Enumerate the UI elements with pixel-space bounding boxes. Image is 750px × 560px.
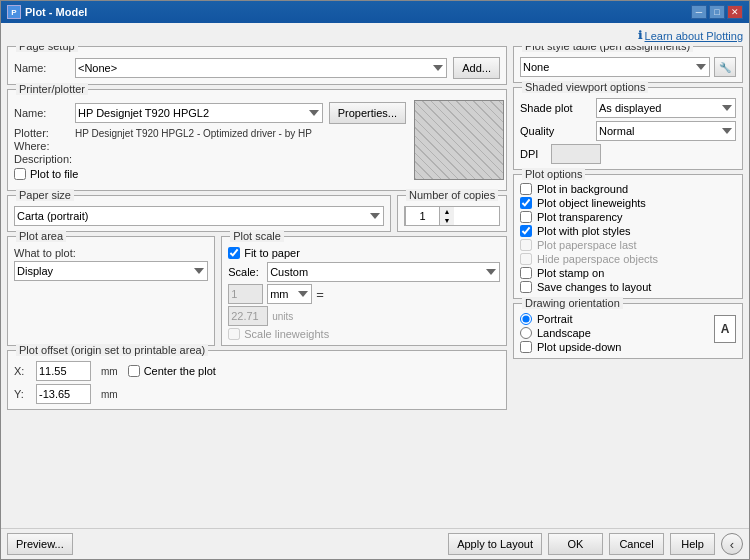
- plot-offset-group: Plot offset (origin set to printable are…: [7, 350, 507, 410]
- left-panel: Page setup Name: <None> Add... Printer/p…: [7, 46, 507, 520]
- portrait-label: Portrait: [537, 313, 572, 325]
- shaded-viewport-group: Shaded viewport options Shade plot As di…: [513, 87, 743, 170]
- shaded-viewport-title: Shaded viewport options: [522, 81, 648, 93]
- learn-about-plotting-link[interactable]: Learn about Plotting: [645, 30, 743, 42]
- area-scale-row: Plot area What to plot: Display Plot sca…: [7, 236, 507, 346]
- spinner-up-button[interactable]: ▲: [440, 207, 454, 216]
- preview-button[interactable]: Preview...: [7, 533, 73, 555]
- footer-bar: Preview... Apply to Layout OK Cancel Hel…: [1, 528, 749, 559]
- opt-plot-styles: Plot with plot styles: [520, 225, 736, 237]
- shade-plot-select[interactable]: As displayed: [596, 98, 736, 118]
- portrait-option: Portrait: [520, 313, 621, 325]
- footer-left: Preview...: [7, 533, 73, 555]
- orientation-icon: A: [714, 315, 736, 343]
- plot-options-group: Plot options Plot in background Plot obj…: [513, 174, 743, 299]
- upside-down-option: Plot upside-down: [520, 341, 621, 353]
- preview-hatch: [415, 101, 503, 179]
- plot-styles-checkbox[interactable]: [520, 225, 532, 237]
- close-button[interactable]: ✕: [727, 5, 743, 19]
- printer-name-label: Name:: [14, 107, 69, 119]
- title-bar-left: P Plot - Model: [7, 5, 87, 19]
- landscape-radio[interactable]: [520, 327, 532, 339]
- save-changes-checkbox[interactable]: [520, 281, 532, 293]
- minimize-button[interactable]: ─: [691, 5, 707, 19]
- apply-to-layout-button[interactable]: Apply to Layout: [448, 533, 542, 555]
- plot-lineweights-label: Plot object lineweights: [537, 197, 646, 209]
- save-changes-label: Save changes to layout: [537, 281, 651, 293]
- plot-lineweights-checkbox[interactable]: [520, 197, 532, 209]
- paper-size-select[interactable]: Carta (portrait): [14, 206, 384, 226]
- x-offset-input[interactable]: 11.55: [36, 361, 91, 381]
- printer-plotter-title: Printer/plotter: [16, 83, 88, 95]
- main-window: P Plot - Model ─ □ ✕ ℹ Learn about Plott…: [0, 0, 750, 560]
- spinner-buttons: ▲ ▼: [440, 207, 454, 225]
- plot-scale-title: Plot scale: [230, 230, 284, 242]
- footer-right: Apply to Layout OK Cancel Help ‹: [448, 533, 743, 555]
- window-icon: P: [7, 5, 21, 19]
- plot-paperspace-last-checkbox: [520, 239, 532, 251]
- right-panel: Plot style table (pen assignments) None …: [513, 46, 743, 520]
- preview-box: [414, 100, 504, 180]
- printer-preview-wrapper: 216 MM 279 MM: [410, 100, 500, 185]
- window-title: Plot - Model: [25, 6, 87, 18]
- plot-transparency-checkbox[interactable]: [520, 211, 532, 223]
- main-layout: Page setup Name: <None> Add... Printer/p…: [7, 46, 743, 520]
- add-button[interactable]: Add...: [453, 57, 500, 79]
- quality-label: Quality: [520, 125, 590, 137]
- fit-to-paper-checkbox[interactable]: [228, 247, 240, 259]
- quality-select[interactable]: Normal: [596, 121, 736, 141]
- plot-to-file-label: Plot to file: [30, 168, 78, 180]
- spinner-down-button[interactable]: ▼: [440, 216, 454, 225]
- properties-button[interactable]: Properties...: [329, 102, 406, 124]
- plot-options-title: Plot options: [522, 168, 585, 180]
- scale-select[interactable]: Custom: [267, 262, 500, 282]
- plotter-value: HP Designjet T920 HPGL2 - Optimized driv…: [75, 128, 312, 139]
- content-area: ℹ Learn about Plotting Page setup Name: …: [1, 23, 749, 524]
- drawing-orientation-title: Drawing orientation: [522, 297, 623, 309]
- units-select[interactable]: mm: [267, 284, 312, 304]
- paper-copies-row: Paper size Carta (portrait) Number of co…: [7, 195, 507, 232]
- opt-plot-transparency: Plot transparency: [520, 211, 736, 223]
- plot-style-icon-button[interactable]: 🔧: [714, 57, 736, 77]
- plot-offset-title: Plot offset (origin set to printable are…: [16, 344, 208, 356]
- maximize-button[interactable]: □: [709, 5, 725, 19]
- copies-spinner[interactable]: 1 ▲ ▼: [404, 206, 500, 226]
- scale-num-input[interactable]: [228, 284, 263, 304]
- description-label: Description:: [14, 153, 72, 165]
- y-offset-input[interactable]: -13.65: [36, 384, 91, 404]
- y-mm-label: mm: [101, 389, 118, 400]
- paper-size-group: Paper size Carta (portrait): [7, 195, 391, 232]
- top-link-bar: ℹ Learn about Plotting: [7, 27, 743, 46]
- plot-style-select[interactable]: None: [520, 57, 710, 77]
- x-label: X:: [14, 365, 26, 377]
- portrait-radio[interactable]: [520, 313, 532, 325]
- plot-background-checkbox[interactable]: [520, 183, 532, 195]
- hide-paperspace-checkbox: [520, 253, 532, 265]
- hide-paperspace-label: Hide paperspace objects: [537, 253, 658, 265]
- upside-down-label: Plot upside-down: [537, 341, 621, 353]
- title-bar: P Plot - Model ─ □ ✕: [1, 1, 749, 23]
- scale-label: Scale:: [228, 266, 263, 278]
- nav-back-button[interactable]: ‹: [721, 533, 743, 555]
- scale-units-input: [228, 306, 268, 326]
- plot-background-label: Plot in background: [537, 183, 628, 195]
- ok-button[interactable]: OK: [548, 533, 603, 555]
- landscape-option: Landscape: [520, 327, 621, 339]
- plot-stamp-checkbox[interactable]: [520, 267, 532, 279]
- help-button[interactable]: Help: [670, 533, 715, 555]
- upside-down-checkbox[interactable]: [520, 341, 532, 353]
- page-setup-group: Page setup Name: <None> Add...: [7, 46, 507, 85]
- page-setup-name-select[interactable]: <None>: [75, 58, 447, 78]
- landscape-label: Landscape: [537, 327, 591, 339]
- what-to-plot-select[interactable]: Display: [14, 261, 208, 281]
- x-mm-label: mm: [101, 366, 118, 377]
- what-to-plot-label: What to plot:: [14, 247, 76, 259]
- dpi-input: 300: [551, 144, 601, 164]
- equals-sign: =: [316, 287, 324, 302]
- center-plot-checkbox[interactable]: [128, 365, 140, 377]
- plot-to-file-checkbox[interactable]: [14, 168, 26, 180]
- cancel-button[interactable]: Cancel: [609, 533, 664, 555]
- printer-name-select[interactable]: HP Designjet T920 HPGL2: [75, 103, 323, 123]
- opt-hide-paperspace: Hide paperspace objects: [520, 253, 736, 265]
- copies-input[interactable]: 1: [405, 206, 440, 226]
